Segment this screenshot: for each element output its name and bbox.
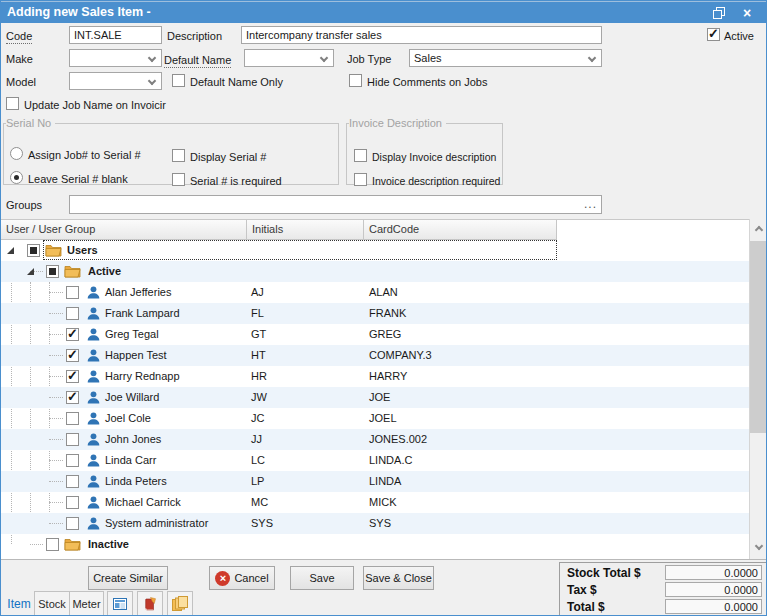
scroll-up-button[interactable] <box>750 219 767 239</box>
groups-browse-button[interactable]: ... <box>584 197 597 211</box>
default-name-only-label: Default Name Only <box>190 76 283 88</box>
make-label: Make <box>6 53 33 65</box>
make-select[interactable] <box>69 49 162 67</box>
cancel-button[interactable]: ×Cancel <box>209 566 275 590</box>
row-checkbox[interactable] <box>66 475 79 488</box>
tree-user-row[interactable]: Linda CarrLCLINDA.C <box>1 450 749 471</box>
create-similar-button[interactable]: Create Similar <box>88 566 168 590</box>
row-checkbox[interactable] <box>66 454 79 467</box>
invoice-description-group-title: Invoice Description <box>349 117 446 129</box>
row-checkbox[interactable] <box>66 286 79 299</box>
title-bar[interactable]: Adding new Sales Item - × <box>1 1 766 23</box>
row-cardcode: SYS <box>369 517 391 529</box>
default-name-select[interactable] <box>244 49 334 67</box>
row-initials: SYS <box>251 517 273 529</box>
tree-group-row[interactable]: Active <box>1 261 749 282</box>
form-report-tab[interactable] <box>107 591 133 616</box>
row-checkbox[interactable] <box>66 433 79 446</box>
row-checkbox[interactable] <box>66 412 79 425</box>
tree-group-row[interactable]: Inactive <box>1 534 749 555</box>
tree-user-row[interactable]: Happen TestHTCOMPANY.3 <box>1 345 749 366</box>
default-name-only-checkbox[interactable] <box>172 74 185 87</box>
job-type-select[interactable]: Sales <box>409 49 602 67</box>
tree-connector <box>49 376 63 377</box>
save-close-button[interactable]: Save & Close <box>363 566 434 590</box>
row-checkbox[interactable] <box>66 328 79 341</box>
tree-user-row[interactable]: Joel ColeJCJOEL <box>1 408 749 429</box>
tab-item[interactable]: Item <box>5 591 33 616</box>
row-checkbox[interactable] <box>66 370 79 383</box>
row-cardcode: MICK <box>369 496 397 508</box>
tree-user-row[interactable]: Frank LampardFLFRANK <box>1 303 749 324</box>
update-job-name-checkbox[interactable] <box>6 97 19 110</box>
vertical-scrollbar[interactable] <box>749 219 767 559</box>
row-label: Michael Carrick <box>105 496 181 508</box>
row-initials: FL <box>251 307 264 319</box>
row-checkbox[interactable] <box>66 517 79 530</box>
user-icon <box>86 411 102 426</box>
scrollbar-thumb[interactable] <box>750 241 767 433</box>
row-checkbox[interactable] <box>27 244 40 257</box>
scroll-down-button[interactable] <box>750 539 767 559</box>
save-button[interactable]: Save <box>290 566 354 590</box>
tree-user-row[interactable]: Harry RednappHRHARRY <box>1 366 749 387</box>
assign-job-serial-radio[interactable] <box>10 147 23 160</box>
display-invoice-description-checkbox[interactable] <box>354 149 367 162</box>
footer-bar: Create Similar ×Cancel Save Save & Close… <box>1 559 767 616</box>
user-icon <box>86 285 102 300</box>
user-icon <box>86 495 102 510</box>
tree-user-row[interactable]: Linda PetersLPLINDA <box>1 471 749 492</box>
tree-connector <box>49 334 63 335</box>
row-checkbox[interactable] <box>66 496 79 509</box>
row-label: Linda Carr <box>105 454 156 466</box>
active-label: Active <box>724 30 754 42</box>
tab-stock[interactable]: Stock <box>34 591 70 616</box>
serial-required-checkbox[interactable] <box>172 173 185 186</box>
column-header-initials[interactable]: Initials <box>247 220 364 240</box>
row-initials: LC <box>251 454 265 466</box>
row-checkbox[interactable] <box>66 349 79 362</box>
tree-user-row[interactable]: John JonesJJJONES.002 <box>1 429 749 450</box>
row-label: Happen Test <box>105 349 167 361</box>
expander-icon[interactable] <box>27 268 34 275</box>
code-input[interactable] <box>69 26 162 44</box>
tree-user-row[interactable]: System administratorSYSSYS <box>1 513 749 534</box>
tree-user-row[interactable]: Michael CarrickMCMICK <box>1 492 749 513</box>
journal-export-tab[interactable] <box>137 591 163 616</box>
groups-input[interactable]: ... <box>69 195 602 214</box>
user-icon <box>86 390 102 405</box>
invoice-description-required-label: Invoice description required <box>372 175 500 187</box>
tree-user-row[interactable]: Greg TegalGTGREG <box>1 324 749 345</box>
close-button[interactable]: × <box>734 4 760 22</box>
tree-connector <box>49 355 63 356</box>
description-input[interactable] <box>241 26 602 44</box>
row-checkbox[interactable] <box>66 307 79 320</box>
copy-documents-tab[interactable] <box>167 591 193 616</box>
row-label: John Jones <box>105 433 161 445</box>
assign-job-serial-label: Assign Job# to Serial # <box>28 149 141 161</box>
chevron-down-icon <box>148 77 156 85</box>
restore-button[interactable] <box>706 4 732 22</box>
invoice-description-required-checkbox[interactable] <box>354 173 367 186</box>
tab-meter[interactable]: Meter <box>69 591 104 616</box>
tree-user-row[interactable]: Alan JefferiesAJALAN <box>1 282 749 303</box>
tree-user-row[interactable]: Joe WillardJWJOE <box>1 387 749 408</box>
display-serial-checkbox[interactable] <box>172 149 185 162</box>
active-checkbox[interactable] <box>707 28 720 41</box>
user-icon <box>86 474 102 489</box>
expander-icon[interactable] <box>7 247 14 254</box>
column-header-user-user-group[interactable]: User / User Group <box>1 220 247 240</box>
model-select[interactable] <box>69 72 162 90</box>
row-checkbox[interactable] <box>46 538 59 551</box>
column-header-cardcode[interactable]: CardCode <box>364 220 557 240</box>
row-initials: MC <box>251 496 268 508</box>
row-cardcode: JONES.002 <box>369 433 427 445</box>
row-initials: GT <box>251 328 266 340</box>
dialog-window: Adding new Sales Item - × Code Descripti… <box>0 0 767 616</box>
chevron-down-icon <box>588 54 596 62</box>
leave-serial-blank-radio[interactable] <box>10 171 23 184</box>
row-checkbox[interactable] <box>46 265 59 278</box>
tree-group-row[interactable]: Users <box>1 240 749 261</box>
hide-comments-checkbox[interactable] <box>349 74 362 87</box>
row-checkbox[interactable] <box>66 391 79 404</box>
